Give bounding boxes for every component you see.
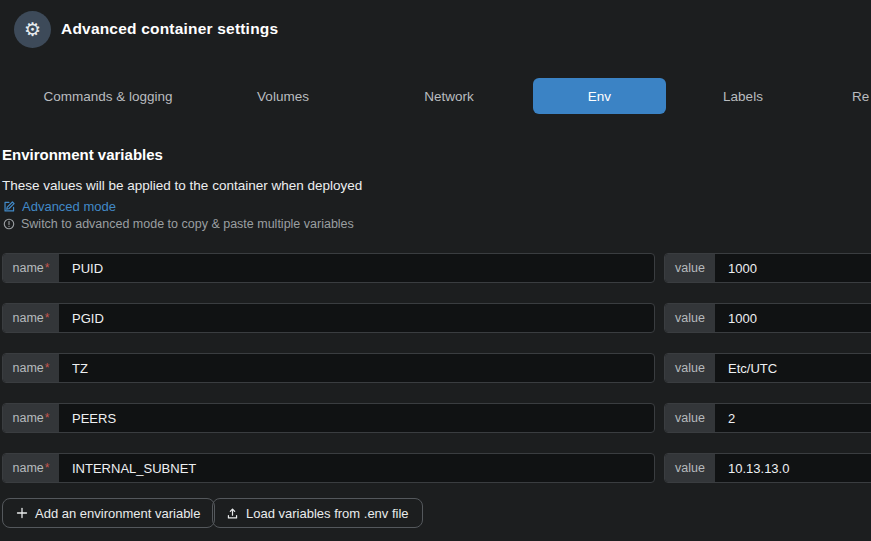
- upload-icon: [226, 507, 239, 520]
- edit-icon: [3, 200, 16, 213]
- env-name-input[interactable]: [59, 454, 654, 482]
- tab-re[interactable]: Re: [852, 78, 871, 114]
- env-value-input[interactable]: [715, 354, 871, 382]
- add-env-variable-button[interactable]: Add an environment variable: [2, 498, 215, 528]
- load-env-file-label: Load variables from .env file: [246, 506, 409, 521]
- env-name-label: name*: [3, 454, 59, 482]
- env-value-input[interactable]: [715, 254, 871, 282]
- env-name-field: name*: [2, 403, 655, 433]
- env-value-input[interactable]: [715, 454, 871, 482]
- plus-icon: [16, 507, 28, 519]
- tab-volumes[interactable]: Volumes: [216, 78, 350, 114]
- required-asterisk: *: [45, 261, 50, 275]
- env-variable-row: name* value: [0, 353, 871, 383]
- env-name-label-text: name: [13, 411, 44, 425]
- tab-labels[interactable]: Labels: [676, 78, 810, 114]
- advanced-mode-link[interactable]: Advanced mode: [3, 199, 116, 214]
- env-value-label-text: value: [675, 411, 705, 425]
- required-asterisk: *: [45, 311, 50, 325]
- env-name-label-text: name: [13, 261, 44, 275]
- env-name-input[interactable]: [59, 354, 654, 382]
- env-name-label-text: name: [13, 461, 44, 475]
- env-value-field: value: [664, 403, 871, 433]
- env-value-field: value: [664, 303, 871, 333]
- required-asterisk: *: [45, 361, 50, 375]
- env-name-input[interactable]: [59, 304, 654, 332]
- advanced-mode-hint: Switch to advanced mode to copy & paste …: [3, 217, 354, 231]
- env-value-label: value: [665, 404, 715, 432]
- env-name-input[interactable]: [59, 404, 654, 432]
- env-name-input[interactable]: [59, 254, 654, 282]
- env-name-field: name*: [2, 253, 655, 283]
- env-name-label: name*: [3, 404, 59, 432]
- add-env-variable-label: Add an environment variable: [35, 506, 201, 521]
- tab-env[interactable]: Env: [533, 78, 666, 114]
- env-name-label: name*: [3, 254, 59, 282]
- env-value-label-text: value: [675, 461, 705, 475]
- env-value-label-text: value: [675, 311, 705, 325]
- gear-icon: ⚙: [24, 20, 41, 39]
- info-icon: [3, 218, 15, 230]
- advanced-mode-hint-text: Switch to advanced mode to copy & paste …: [21, 217, 354, 231]
- env-value-label: value: [665, 454, 715, 482]
- tab-network[interactable]: Network: [382, 78, 516, 114]
- env-value-field: value: [664, 353, 871, 383]
- required-asterisk: *: [45, 461, 50, 475]
- tab-commands-logging[interactable]: Commands & logging: [22, 78, 194, 114]
- section-title: Environment variables: [2, 146, 163, 163]
- env-value-label: value: [665, 254, 715, 282]
- env-value-input[interactable]: [715, 404, 871, 432]
- env-name-field: name*: [2, 353, 655, 383]
- advanced-container-settings-panel: ⚙ Advanced container settings Commands &…: [0, 0, 871, 541]
- env-value-label: value: [665, 354, 715, 382]
- env-variable-row: name* value: [0, 253, 871, 283]
- settings-badge: ⚙: [14, 11, 51, 48]
- env-variable-row: name* value: [0, 303, 871, 333]
- env-value-label-text: value: [675, 261, 705, 275]
- tab-bar: Commands & loggingVolumesNetworkEnvLabel…: [0, 78, 871, 114]
- load-env-file-button[interactable]: Load variables from .env file: [212, 498, 423, 528]
- env-name-label-text: name: [13, 361, 44, 375]
- env-name-label: name*: [3, 304, 59, 332]
- env-value-field: value: [664, 453, 871, 483]
- env-name-label: name*: [3, 354, 59, 382]
- env-variable-row: name* value: [0, 403, 871, 433]
- advanced-mode-label: Advanced mode: [22, 199, 116, 214]
- required-asterisk: *: [45, 411, 50, 425]
- section-description: These values will be applied to the cont…: [2, 178, 362, 193]
- env-value-field: value: [664, 253, 871, 283]
- env-value-label-text: value: [675, 361, 705, 375]
- env-value-input[interactable]: [715, 304, 871, 332]
- env-name-field: name*: [2, 303, 655, 333]
- env-variable-row: name* value: [0, 453, 871, 483]
- env-name-field: name*: [2, 453, 655, 483]
- page-title: Advanced container settings: [61, 20, 278, 38]
- env-value-label: value: [665, 304, 715, 332]
- env-name-label-text: name: [13, 311, 44, 325]
